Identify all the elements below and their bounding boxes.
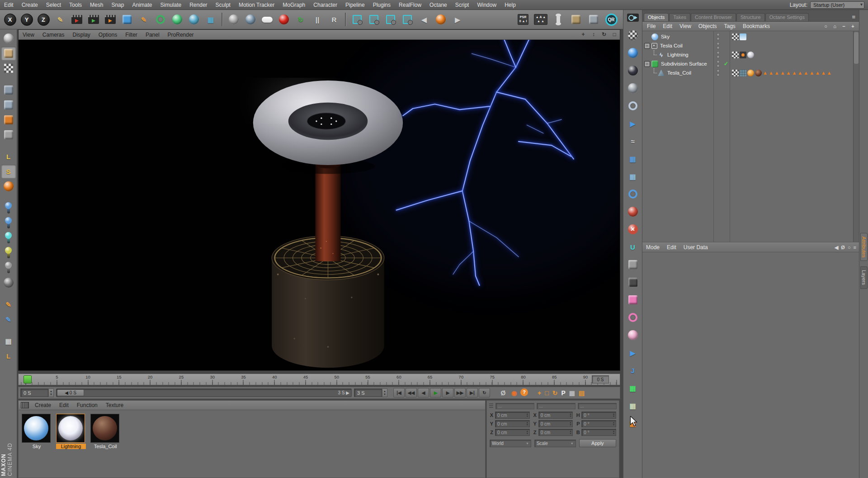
array-grid-icon[interactable]: ▦	[625, 170, 641, 183]
spinner-arrows-icon[interactable]: ▲▼	[48, 388, 54, 397]
selection-tag-icon[interactable]: ▲	[792, 70, 797, 76]
pen-blue-icon[interactable]: ✎	[1, 312, 16, 326]
pin-gray-icon[interactable]	[1, 261, 16, 274]
end-time-spinner[interactable]: 3 S ▲▼	[354, 388, 387, 397]
keyframe-presets-button[interactable]: ▤	[579, 389, 585, 397]
compositing-tag-icon[interactable]	[740, 52, 746, 58]
sphere-delete-icon[interactable]	[625, 222, 641, 236]
viewport-menu-panel[interactable]: Panel	[142, 32, 164, 38]
material-menu-texture[interactable]: Texture	[102, 402, 127, 408]
material-brown-tag-icon[interactable]	[755, 70, 762, 76]
tree-row-tesla-coil[interactable]: −Tesla Coil	[642, 41, 853, 50]
expand-icon[interactable]: +	[849, 23, 856, 30]
cube-primitive-icon[interactable]	[119, 11, 135, 28]
octane-sphere-gray-icon[interactable]	[226, 11, 242, 28]
expander-icon[interactable]: −	[644, 43, 650, 49]
history-back-icon[interactable]: ◀	[416, 11, 432, 28]
convert-tool-icon[interactable]	[1, 32, 16, 45]
axis-y-toggle[interactable]: Y	[19, 11, 35, 28]
menubar-item-tools[interactable]: Tools	[65, 0, 86, 9]
autokey-button[interactable]: ◉	[509, 388, 519, 398]
octane-sphere-blue-icon[interactable]	[242, 11, 259, 28]
selection-tag-icon[interactable]: ▲	[774, 70, 779, 76]
stepper-arrows-icon[interactable]: ▲▼	[613, 430, 615, 435]
menubar-item-mograph[interactable]: MoGraph	[278, 0, 309, 9]
axis-z-toggle[interactable]: Z	[35, 11, 52, 28]
clapper-red-icon[interactable]	[69, 11, 85, 28]
object-name[interactable]: Sky	[660, 34, 670, 39]
key-rotation-toggle[interactable]: ↻	[552, 389, 558, 397]
phong-tag-icon[interactable]	[747, 70, 754, 76]
menubar-item-octane[interactable]: Octane	[425, 0, 451, 9]
cube-dark-icon[interactable]	[625, 275, 641, 289]
camera-icon[interactable]	[625, 11, 641, 24]
coordinate-field-h-2[interactable]: 0 °▲▼	[581, 412, 616, 419]
position-mode-select[interactable]: …	[495, 403, 534, 409]
workplane-pen-icon[interactable]: ✎	[52, 11, 68, 28]
panel-menu-icon[interactable]: ≡	[849, 14, 858, 21]
pin-blue-icon-1[interactable]	[1, 201, 16, 215]
menubar-item-motion-tracker[interactable]: Motion Tracker	[235, 0, 278, 9]
axis-mode-icon[interactable]: L	[1, 150, 16, 163]
play-blue-icon[interactable]: ▶	[625, 346, 641, 360]
search-icon[interactable]: ○	[822, 23, 829, 30]
next-frame-button[interactable]: ▶	[442, 388, 453, 398]
loop-button[interactable]: ↻	[479, 388, 490, 398]
selection-cube-icon-3[interactable]	[382, 11, 399, 28]
coordinate-field-y-1[interactable]: 0 cm▲▼	[538, 420, 573, 427]
stepper-arrows-icon[interactable]: ▲▼	[569, 413, 571, 418]
texture-tag-icon[interactable]	[732, 52, 739, 58]
sphere-gray-icon[interactable]	[625, 81, 641, 95]
key-pla-toggle[interactable]: ▦	[569, 389, 575, 397]
snap-toggle-icon[interactable]: S	[1, 165, 16, 178]
spinner-arrows-icon[interactable]: ▲▼	[382, 388, 387, 397]
points-mode-icon[interactable]	[1, 98, 16, 112]
prev-key-button[interactable]: ◀◀	[406, 388, 417, 398]
torus-pink-icon[interactable]	[625, 311, 641, 324]
stepper-arrows-icon[interactable]: ▲▼	[526, 413, 528, 418]
selection-tag-icon[interactable]: ▲	[786, 70, 791, 76]
material-tesla-coil[interactable]: Tesla_Coil	[90, 414, 120, 449]
crate-icon-2[interactable]	[585, 11, 602, 28]
pan-icon[interactable]: +	[580, 31, 587, 38]
tab-octane-settings[interactable]: Octane Settings	[765, 13, 809, 21]
selection-tag-icon[interactable]: ▲	[809, 70, 814, 76]
octane-pause-icon[interactable]: ||	[309, 11, 326, 28]
import-arrow-icon[interactable]: ▶	[625, 117, 641, 130]
octane-refresh-icon[interactable]: ↻	[292, 11, 309, 28]
knife-tool-icon[interactable]: ✎	[136, 11, 152, 28]
selection-cube-icon-4[interactable]	[399, 11, 415, 28]
psr-keys-icon[interactable]: PSR0 ▲ I	[515, 11, 531, 28]
cube-gray-icon[interactable]	[625, 258, 641, 271]
menubar-item-plugins[interactable]: Plugins	[369, 0, 395, 9]
coordinate-field-x-0[interactable]: 0 cm▲▼	[495, 412, 530, 419]
om-menu-bookmarks[interactable]: Bookmarks	[739, 23, 774, 29]
texture-tag-icon[interactable]	[732, 33, 739, 40]
menubar-item-simulate[interactable]: Simulate	[156, 0, 186, 9]
stepper-arrows-icon[interactable]: ▲▼	[526, 421, 528, 426]
key-position-toggle[interactable]: +	[538, 389, 541, 397]
coordinate-field-x-1[interactable]: 0 cm▲▼	[538, 412, 573, 419]
object-name[interactable]: Subdivision Surface	[660, 61, 708, 66]
grid-green-icon[interactable]: ▦	[625, 381, 641, 395]
visibility-toggles[interactable]	[717, 51, 720, 58]
key-parameter-toggle[interactable]: P	[561, 389, 565, 397]
menubar-item-render[interactable]: Render	[185, 0, 211, 9]
material-menu-function[interactable]: Function	[73, 402, 102, 408]
sphere-wire-icon[interactable]	[625, 99, 641, 113]
sphere-red-icon[interactable]	[625, 205, 641, 218]
edges-mode-icon[interactable]	[1, 128, 16, 142]
menubar-item-mesh[interactable]: Mesh	[86, 0, 107, 9]
tree-row-sky[interactable]: Sky	[642, 32, 853, 41]
pin-cyan-icon[interactable]	[1, 231, 16, 245]
menubar-item-realflow[interactable]: RealFlow	[395, 0, 425, 9]
visibility-toggles[interactable]	[717, 33, 720, 40]
material-menu-edit[interactable]: Edit	[55, 402, 73, 408]
current-time-value[interactable]: 0 S	[20, 388, 48, 397]
octane-restart-icon[interactable]: R	[326, 11, 342, 28]
material-palette-icon[interactable]	[21, 402, 29, 408]
size-mode-select[interactable]: …	[537, 403, 576, 409]
goto-end-button[interactable]: ▶|	[467, 388, 478, 398]
plane-grid-icon[interactable]: ▦	[625, 152, 641, 166]
tree-row-tesla-coil[interactable]: Tesla_Coil▲▲▲▲▲▲▲▲▲▲▲▲	[642, 68, 853, 77]
